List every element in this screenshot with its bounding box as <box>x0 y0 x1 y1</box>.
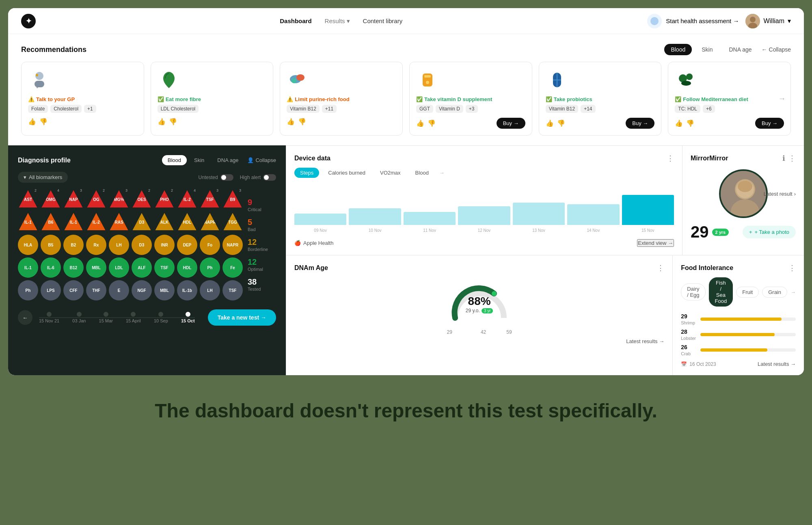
thumbs-up-btn[interactable]: 👍 <box>158 118 166 125</box>
user-menu[interactable]: William ▾ <box>745 14 791 28</box>
timeline-point-1[interactable]: 03 Jan <box>72 312 86 323</box>
device-tab-vo2[interactable]: VO2max <box>374 168 406 178</box>
food-tab-fruit[interactable]: Fruit <box>736 287 759 298</box>
timeline-point-0[interactable]: 15 Nov 21 <box>39 312 59 323</box>
device-tabs-arrow[interactable]: → <box>439 170 445 176</box>
bm-shape-lhb[interactable]: LH <box>200 280 220 300</box>
logo[interactable]: ✦ <box>21 14 36 28</box>
bm-shape-fo[interactable]: Fo <box>200 235 220 255</box>
bm-shape-d3b[interactable]: D3 <box>132 235 152 255</box>
timeline-point-4[interactable]: 10 Sep <box>154 312 168 323</box>
bm-shape-fe[interactable]: Fe <box>222 257 243 278</box>
bm-shape-ngf[interactable]: NGF <box>132 280 152 300</box>
bm-shape-ldl[interactable]: LDL <box>109 257 129 278</box>
thumbs-down-btn[interactable]: 👎 <box>298 118 306 125</box>
bm-shape-b2[interactable]: B2 <box>63 235 84 255</box>
bm-shape-d3[interactable]: D3 <box>132 212 152 232</box>
high-alert-toggle-switch[interactable] <box>263 174 276 181</box>
bm-shape-il2b[interactable]: IL-2 <box>86 212 106 232</box>
untested-toggle-switch[interactable] <box>220 174 233 181</box>
bm-shape-ph[interactable]: Ph <box>200 257 220 278</box>
rec-tab-blood[interactable]: Blood <box>664 44 692 55</box>
bm-shape-il1b[interactable]: IL-1 <box>63 212 84 232</box>
bm-shape-tsfbb[interactable]: TSF <box>222 280 243 300</box>
bm-shape-il1bb[interactable]: IL-1b <box>177 280 197 300</box>
bm-shape-il1c[interactable]: IL-1 <box>18 257 38 278</box>
buy-button[interactable]: Buy → <box>626 118 654 129</box>
thumbs-up-btn[interactable]: 👍 <box>416 119 424 127</box>
bm-shape-dep[interactable]: DEP <box>177 235 197 255</box>
bm-shape-il1[interactable]: IL-1 <box>18 212 38 232</box>
latest-result-btn[interactable]: Latest result › <box>764 191 796 197</box>
bm-shape-alf[interactable]: ALF <box>132 257 152 278</box>
nav-content-library[interactable]: Content library <box>363 17 403 24</box>
buy-button[interactable]: Buy → <box>755 118 784 129</box>
bm-shape-b6[interactable]: B6 <box>41 212 61 232</box>
bm-shape-tgg[interactable]: TGG <box>222 212 243 232</box>
bm-shape-e[interactable]: E <box>109 280 129 300</box>
bm-shape-lh[interactable]: LH <box>109 235 129 255</box>
bm-shape-lps[interactable]: LPS <box>41 280 61 300</box>
bm-shape-il6[interactable]: IL-6 <box>41 257 61 278</box>
bm-shape-alk[interactable]: ALK <box>154 212 175 232</box>
bm-shape-mbl[interactable]: MBL <box>86 257 106 278</box>
dnam-latest-results-btn[interactable]: Latest results → <box>626 338 664 344</box>
timeline-point-3[interactable]: 15 April <box>126 312 141 323</box>
timeline-point-2[interactable]: 15 Mar <box>99 312 113 323</box>
bm-shape-napr[interactable]: NAPR <box>200 212 220 232</box>
bm-shape-phb[interactable]: Ph <box>18 280 38 300</box>
bm-shape-inr[interactable]: INR <box>154 235 175 255</box>
bm-shape-hdl[interactable]: HDL <box>177 212 197 232</box>
nav-dashboard[interactable]: Dashboard <box>280 17 311 24</box>
thumbs-down-btn[interactable]: 👎 <box>428 119 436 127</box>
bm-shape-tsfb[interactable]: TSF <box>154 257 175 278</box>
collapse-btn[interactable]: ← Collapse <box>762 46 791 53</box>
bm-shape-hla[interactable]: HLA <box>18 235 38 255</box>
bm-shape-ras[interactable]: RAS <box>109 212 129 232</box>
dnam-more-btn[interactable]: ⋮ <box>657 264 664 272</box>
thumbs-down-btn[interactable]: 👎 <box>686 119 694 127</box>
bm-shape-cff[interactable]: CFF <box>63 280 84 300</box>
thumbs-up-btn[interactable]: 👍 <box>546 119 554 127</box>
extend-view-btn[interactable]: Extend view → <box>637 239 674 247</box>
thumbs-up-btn[interactable]: 👍 <box>287 118 295 125</box>
device-tab-blood[interactable]: Blood <box>410 168 434 178</box>
all-biomarkers-btn[interactable]: ▾ All biomarkers <box>18 172 68 183</box>
nav-results[interactable]: Results ▾ <box>325 17 350 25</box>
device-tab-steps[interactable]: Steps <box>294 168 319 178</box>
bm-shape-mblb[interactable]: MBL <box>154 280 175 300</box>
buy-button[interactable]: Buy → <box>497 118 525 129</box>
food-tab-grain[interactable]: Grain <box>762 287 787 298</box>
more-options-btn[interactable]: ⋮ <box>667 154 674 163</box>
food-latest-results-btn[interactable]: Latest results → <box>758 361 796 367</box>
food-more-btn[interactable]: ⋮ <box>788 264 796 272</box>
bm-shape-thf[interactable]: THF <box>86 280 106 300</box>
rec-tab-dna[interactable]: DNA age <box>722 44 758 55</box>
thumbs-up-btn[interactable]: 👍 <box>28 118 36 125</box>
take-new-test-btn[interactable]: Take a new test → <box>208 309 276 326</box>
start-assessment-btn[interactable]: Start health assessment → <box>646 13 739 29</box>
next-arrow-icon[interactable]: → <box>778 95 786 103</box>
bm-shape-b5[interactable]: B5 <box>41 235 61 255</box>
mirror-more-btn[interactable]: ⋮ <box>788 154 796 163</box>
bm-shape-naprb[interactable]: NAPR <box>222 235 243 255</box>
timeline-back-btn[interactable]: ← <box>18 310 32 325</box>
collapse-diag-btn[interactable]: 👤 Collapse <box>247 157 276 163</box>
diag-tab-blood[interactable]: Blood <box>162 155 187 165</box>
bm-shape-hdlb[interactable]: HDL <box>177 257 197 278</box>
food-tab-dairy[interactable]: Dairy / Egg <box>681 283 705 300</box>
bm-shape-b12[interactable]: B12 <box>63 257 84 278</box>
rec-tab-skin[interactable]: Skin <box>695 44 719 55</box>
mirror-info-btn[interactable]: ℹ <box>782 154 785 163</box>
thumbs-down-btn[interactable]: 👎 <box>169 118 177 125</box>
take-photo-btn[interactable]: + + Take a photo <box>743 226 796 238</box>
device-tab-calories[interactable]: Calories burned <box>322 168 371 178</box>
food-tabs-arrow-icon[interactable]: → <box>790 289 796 295</box>
bm-shape-rx[interactable]: Rx <box>86 235 106 255</box>
timeline-point-5[interactable]: 15 Oct <box>181 312 195 323</box>
food-tab-fish[interactable]: Fish / Sea Food <box>709 277 733 307</box>
diag-tab-skin[interactable]: Skin <box>188 155 210 165</box>
thumbs-up-btn[interactable]: 👍 <box>675 119 683 127</box>
diag-tab-dna[interactable]: DNA age <box>212 155 244 165</box>
thumbs-down-btn[interactable]: 👎 <box>39 118 48 125</box>
